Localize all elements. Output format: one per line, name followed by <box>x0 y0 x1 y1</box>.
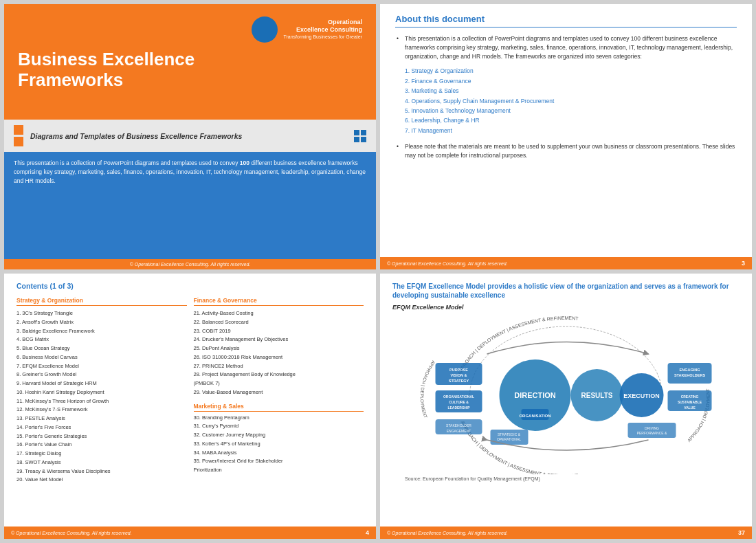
slide1-icon-block <box>14 125 23 146</box>
slide2-title: About this document <box>395 14 737 27</box>
slide3-footer-text: © Operational Excellence Consulting. All… <box>11 531 132 535</box>
logo-text: OperationalExcellence ConsultingTransfor… <box>283 19 362 41</box>
list-item: 13. PESTLE Analysis <box>16 414 187 423</box>
logo-circle <box>252 16 278 43</box>
list-item: 5. Innovation & Technology Management <box>405 106 737 115</box>
list-item: 11. McKinsey's Three Horizon of Growth <box>16 397 187 406</box>
list-item: 8. Greiner's Growth Model <box>16 370 187 379</box>
slide3-col2-items: 21. Activity-Based Costing22. Balanced S… <box>194 309 364 397</box>
slide3-col2-section2-title: Marketing & Sales <box>194 403 364 412</box>
svg-text:EXECUTION: EXECUTION <box>623 392 660 399</box>
list-item: 1. 3C's Strategy Triangle <box>16 309 187 318</box>
list-item: 23. COBIT 2019 <box>194 327 364 336</box>
svg-text:ENGAGING: ENGAGING <box>680 368 700 372</box>
slide2-body: About this document This presentation is… <box>380 4 752 257</box>
svg-text:SUSTAINABLE: SUSTAINABLE <box>678 400 702 404</box>
list-item: 18. SWOT Analysis <box>16 458 187 467</box>
slide-2: About this document This presentation is… <box>380 4 752 269</box>
slide2-bullet2: Please note that the materials are meant… <box>395 142 737 160</box>
svg-text:STRATEGIC &: STRATEGIC & <box>498 432 521 436</box>
slide4-title: The EFQM Excellence Model provides a hol… <box>392 282 740 300</box>
list-item: 3. Baldrige Excellence Framework <box>16 327 187 336</box>
svg-text:DIRECTION: DIRECTION <box>514 391 556 399</box>
svg-text:LEADERSHIP: LEADERSHIP <box>447 406 470 410</box>
slide1-icon-right <box>354 130 366 142</box>
svg-text:STAKEHOLDER: STAKEHOLDER <box>446 423 471 428</box>
svg-text:VALUE: VALUE <box>684 406 696 410</box>
slide4-footer: © Operational Excellence Consulting. All… <box>380 527 752 539</box>
list-item: 29. Value-Based Management <box>194 388 364 397</box>
list-item: 17. Strategic Dialog <box>16 450 187 458</box>
efqm-diagram: APPROACH | DEPLOYMENT | ASSESSMENT & REF… <box>392 316 740 474</box>
svg-text:ORGANISATION: ORGANISATION <box>519 414 551 418</box>
list-item: 15. Porter's Generic Strategies <box>16 432 187 441</box>
svg-text:PERFORMANCE &: PERFORMANCE & <box>637 431 667 435</box>
slide2-bullet1: This presentation is a collection of Pow… <box>395 34 737 60</box>
slide4-page-number: 37 <box>738 529 745 536</box>
blue-sq-4 <box>361 137 366 142</box>
list-item: 4. BCG Matrix <box>16 335 187 344</box>
list-item: 2. Finance & Governance <box>405 76 737 86</box>
slide2-category-list: 1. Strategy & Organization2. Finance & G… <box>405 66 737 135</box>
slide3-col2-section2-items: 30. Branding Pentagram31. Curry's Pyrami… <box>194 414 364 475</box>
list-item: 32. Customer Journey Mapping <box>194 431 364 440</box>
list-item: 26. ISO 31000:2018 Risk Management <box>194 353 364 362</box>
list-item: 2. Ansoff's Growth Matrix <box>16 318 187 327</box>
slide1-body-text: This presentation is a collection of Pow… <box>14 159 366 185</box>
slide1-title: Business Excellence Frameworks <box>18 49 362 91</box>
slide3-col1-items: 1. 3C's Strategy Triangle2. Ansoff's Gro… <box>16 309 187 485</box>
list-item: 35. Power/Interest Grid for Stakeholder … <box>194 457 364 475</box>
slide3-col2-title: Finance & Governance <box>194 297 364 306</box>
slide1-subtitle-area: Diagrams and Templates of Business Excel… <box>4 120 376 152</box>
svg-text:VISION &: VISION & <box>450 373 467 377</box>
list-item: 34. MABA Analysis <box>194 449 364 458</box>
svg-rect-33 <box>628 423 676 438</box>
list-item: 4. Operations, Supply Chain Management &… <box>405 96 737 106</box>
blue-sq-1 <box>354 130 359 135</box>
list-item: 6. Business Model Canvas <box>16 353 187 362</box>
list-item: 16. Porter's Value Chain <box>16 441 187 450</box>
slide1-body: This presentation is a collection of Pow… <box>4 152 376 259</box>
slide3-page-number: 4 <box>366 529 369 536</box>
orange-square-icon-2 <box>14 137 23 146</box>
blue-sq-2 <box>361 130 366 135</box>
svg-text:STRATEGY: STRATEGY <box>449 379 469 383</box>
svg-text:CULTURE &: CULTURE & <box>449 400 469 404</box>
svg-text:RESULTS: RESULTS <box>581 392 613 399</box>
svg-text:DRIVING: DRIVING <box>645 426 659 430</box>
list-item: 10. Hoshin Kanri Strategy Deployment <box>16 388 187 397</box>
list-item: 22. Balanced Scorecard <box>194 318 364 327</box>
slide3-body: Contents (1 of 3) Strategy & Organizatio… <box>4 274 376 527</box>
list-item: 28. Project Management Body of Knowledge… <box>194 370 364 388</box>
slide1-footer: © Operational Excellence Consulting. All… <box>4 259 376 269</box>
list-item: 30. Branding Pentagram <box>194 414 364 423</box>
slide1-header: OperationalExcellence ConsultingTransfor… <box>4 4 376 120</box>
list-item: 9. Harvard Model of Strategic HRM <box>16 379 187 388</box>
list-item: 25. DuPont Analysis <box>194 344 364 353</box>
svg-text:OPERATIONAL: OPERATIONAL <box>497 437 521 441</box>
slide1-footer-text: © Operational Excellence Consulting. All… <box>130 262 251 267</box>
slide3-col2: Finance & Governance 21. Activity-Based … <box>194 297 364 485</box>
slide4-body: The EFQM Excellence Model provides a hol… <box>380 274 752 527</box>
list-item: 20. Value Net Model <box>16 476 187 485</box>
list-item: 27. PRINCE2 Method <box>194 362 364 371</box>
svg-text:APPROACH | DEPLOYMENT: APPROACH | DEPLOYMENT <box>420 360 436 419</box>
slide4-subtitle: EFQM Excellence Model <box>392 304 740 311</box>
logo-area: OperationalExcellence ConsultingTransfor… <box>252 16 362 43</box>
svg-text:PURPOSE: PURPOSE <box>449 368 468 372</box>
list-item: 5. Blue Ocean Strategy <box>16 344 187 353</box>
orange-square-icon <box>14 125 23 135</box>
slide1-subtitle: Diagrams and Templates of Business Excel… <box>30 132 242 140</box>
list-item: 21. Activity-Based Costing <box>194 309 364 318</box>
list-item: 1. Strategy & Organization <box>405 66 737 76</box>
slide-4: The EFQM Excellence Model provides a hol… <box>380 274 752 539</box>
list-item: 31. Curry's Pyramid <box>194 422 364 431</box>
slide2-footer: © Operational Excellence Consulting. All… <box>380 257 752 269</box>
slide3-title: Contents (1 of 3) <box>16 282 364 290</box>
list-item: 7. EFQM Excellence Model <box>16 362 187 371</box>
slide2-page-number: 3 <box>742 260 745 267</box>
svg-text:CREATING: CREATING <box>681 395 699 399</box>
slide3-footer: © Operational Excellence Consulting. All… <box>4 527 376 539</box>
list-item: 14. Porter's Five Forces <box>16 423 187 432</box>
slide3-col1-title: Strategy & Organization <box>16 297 187 306</box>
